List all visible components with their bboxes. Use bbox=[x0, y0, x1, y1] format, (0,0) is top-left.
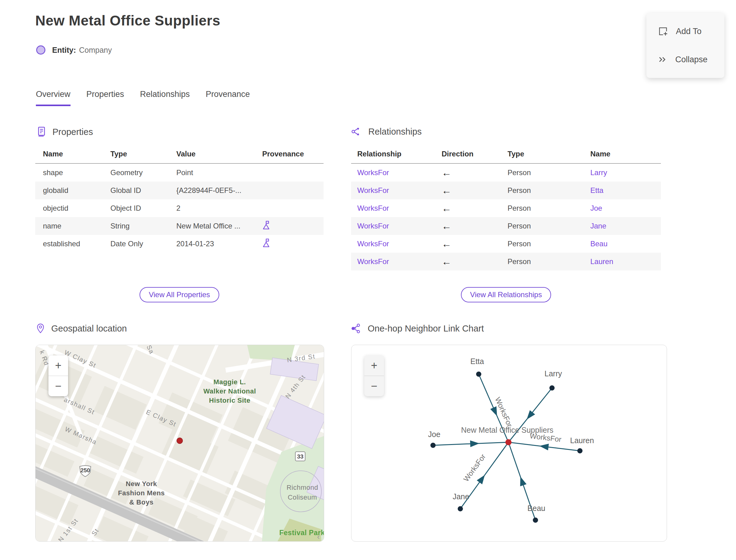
tab-overview[interactable]: Overview bbox=[36, 90, 71, 106]
tab-properties[interactable]: Properties bbox=[86, 90, 124, 106]
map-zoom-in-button[interactable]: + bbox=[48, 355, 68, 376]
relationship-row: WorksFor←PersonEtta bbox=[351, 182, 661, 199]
link-chart-icon bbox=[351, 323, 362, 334]
entity-type-value: Company bbox=[79, 46, 112, 55]
properties-table: NameTypeValueProvenanceshapeGeometryPoin… bbox=[35, 147, 324, 253]
node-larry[interactable] bbox=[550, 385, 555, 391]
direction-arrow: ← bbox=[442, 203, 451, 214]
add-to-button[interactable]: Add To bbox=[646, 26, 724, 36]
geospatial-map[interactable]: 250 33 W Clay Starshall StW MarshaE Clay… bbox=[35, 345, 324, 542]
property-provenance-cell[interactable] bbox=[255, 235, 324, 253]
node-jane[interactable] bbox=[458, 506, 463, 512]
chart-zoom-in-button[interactable]: + bbox=[364, 355, 384, 376]
entity-label: Entity: bbox=[52, 46, 76, 55]
relationships-section-title: Relationships bbox=[368, 127, 422, 137]
related-entity-type: Person bbox=[501, 235, 584, 253]
property-row-name: nameStringNew Metal Office ... bbox=[35, 217, 324, 235]
relationship-type-link[interactable]: WorksFor bbox=[357, 186, 389, 194]
center-node[interactable] bbox=[505, 439, 512, 445]
related-entity-link[interactable]: Larry bbox=[590, 168, 607, 177]
node-beau[interactable] bbox=[533, 518, 538, 523]
property-type: Global ID bbox=[103, 182, 169, 199]
relationship-type-link[interactable]: WorksFor bbox=[357, 204, 389, 212]
property-provenance-cell[interactable] bbox=[255, 217, 324, 235]
map-zoom-control: + − bbox=[48, 355, 68, 396]
floating-action-panel: Add To Collapse bbox=[646, 13, 724, 78]
property-row-established: establishedDate Only2014-01-23 bbox=[35, 235, 324, 253]
map-attribution-chevron: ‹ bbox=[317, 532, 320, 541]
column-header-provenance: Provenance bbox=[255, 147, 324, 163]
column-header-name: Name bbox=[584, 147, 661, 163]
column-header-type: Type bbox=[501, 147, 584, 163]
edge-arrowhead bbox=[517, 475, 527, 486]
tab-provenance[interactable]: Provenance bbox=[206, 90, 250, 106]
properties-icon bbox=[36, 126, 46, 137]
node-label: Larry bbox=[545, 369, 562, 378]
related-entity-type: Person bbox=[501, 199, 584, 217]
collapse-label: Collapse bbox=[675, 55, 707, 64]
svg-text:250: 250 bbox=[80, 467, 90, 474]
related-entity-link[interactable]: Joe bbox=[590, 204, 602, 212]
direction-arrow: ← bbox=[442, 238, 451, 249]
related-entity-type: Person bbox=[501, 182, 584, 199]
relationship-type-link[interactable]: WorksFor bbox=[357, 168, 389, 177]
column-header-name: Name bbox=[35, 147, 103, 163]
collapse-button[interactable]: Collapse bbox=[646, 55, 724, 64]
geospatial-section-title: Geospatial location bbox=[51, 324, 127, 334]
chart-zoom-out-button[interactable]: − bbox=[364, 376, 384, 396]
property-type: Geometry bbox=[103, 163, 169, 182]
property-type: Date Only bbox=[103, 235, 169, 253]
related-entity-link[interactable]: Jane bbox=[590, 222, 606, 230]
entity-details-page: New Metal Office Suppliers Entity: Compa… bbox=[0, 0, 736, 560]
related-entity-type: Person bbox=[501, 217, 584, 235]
related-entity-link[interactable]: Lauren bbox=[590, 257, 613, 266]
map-shield-33: 33 bbox=[295, 452, 305, 461]
add-to-label: Add To bbox=[676, 27, 702, 36]
relationship-type-link[interactable]: WorksFor bbox=[357, 222, 389, 230]
column-header-direction: Direction bbox=[435, 147, 501, 163]
map-zoom-out-button[interactable]: − bbox=[48, 376, 68, 396]
relationship-type-link[interactable]: WorksFor bbox=[357, 257, 389, 266]
page-title: New Metal Office Suppliers bbox=[35, 12, 220, 29]
link-chart-canvas: WorksForWorksForWorksForEttaLarryJoeLaur… bbox=[351, 345, 667, 542]
view-all-relationships-button[interactable]: View All Relationships bbox=[461, 287, 551, 302]
property-provenance-cell bbox=[255, 182, 324, 199]
direction-arrow: ← bbox=[442, 167, 451, 178]
collapse-chevrons-icon bbox=[658, 55, 667, 64]
node-lauren[interactable] bbox=[577, 448, 583, 454]
relationships-section-header: Relationships bbox=[351, 126, 422, 137]
property-row-globalid: globalidGlobal ID{A228944F-0EF5-... bbox=[35, 182, 324, 199]
property-name: shape bbox=[35, 163, 103, 182]
map-marker[interactable] bbox=[177, 438, 183, 444]
node-etta[interactable] bbox=[476, 372, 481, 377]
property-value: 2 bbox=[169, 199, 255, 217]
edge-arrowhead bbox=[470, 440, 480, 447]
relationship-type-link[interactable]: WorksFor bbox=[357, 240, 389, 248]
view-all-properties-button[interactable]: View All Properties bbox=[140, 287, 219, 302]
node-label: Lauren bbox=[570, 436, 594, 445]
property-value: Point bbox=[169, 163, 255, 182]
node-joe[interactable] bbox=[431, 443, 436, 448]
basemap-canvas: 250 33 W Clay Starshall StW MarshaE Clay… bbox=[36, 345, 324, 542]
node-label: Joe bbox=[428, 430, 440, 439]
center-node-label: New Metal Office Suppliers bbox=[461, 426, 553, 434]
related-entity-link[interactable]: Etta bbox=[590, 186, 604, 194]
property-provenance-cell bbox=[255, 199, 324, 217]
relationships-icon bbox=[351, 126, 362, 137]
relationship-row: WorksFor←PersonLauren bbox=[351, 253, 661, 270]
tab-relationships[interactable]: Relationships bbox=[140, 90, 190, 106]
related-entity-type: Person bbox=[501, 163, 584, 182]
add-to-icon bbox=[658, 26, 668, 36]
property-row-shape: shapeGeometryPoint bbox=[35, 163, 324, 182]
property-provenance-cell bbox=[255, 163, 324, 182]
provenance-flag-icon[interactable] bbox=[262, 238, 271, 250]
svg-text:33: 33 bbox=[297, 453, 303, 460]
geospatial-section-header: Geospatial location bbox=[36, 323, 127, 334]
provenance-flag-icon[interactable] bbox=[262, 220, 271, 232]
related-entity-link[interactable]: Beau bbox=[590, 240, 608, 248]
edge-arrowhead bbox=[539, 443, 549, 450]
one-hop-link-chart[interactable]: WorksForWorksForWorksForEttaLarryJoeLaur… bbox=[351, 345, 667, 542]
properties-section-header: Properties bbox=[36, 126, 93, 137]
link-chart-nodes: EttaLarryJoeLaurenJaneBeauNew Metal Offi… bbox=[428, 357, 594, 523]
column-header-relationship: Relationship bbox=[351, 147, 435, 163]
